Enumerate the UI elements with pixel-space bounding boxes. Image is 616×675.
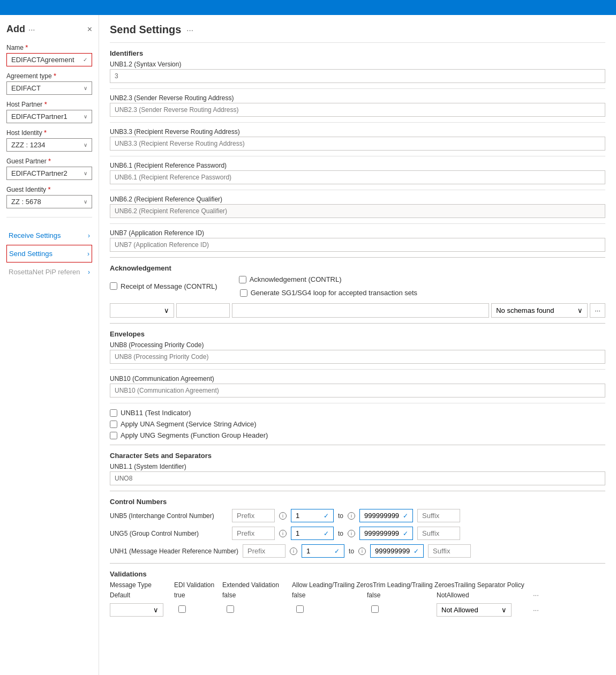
unb10-input[interactable] <box>110 384 605 398</box>
ung5-label: UNG5 (Group Control Number) <box>110 530 228 537</box>
unh1-from-dropdown[interactable]: 1 ✓ <box>302 544 344 558</box>
agreement-type-required: * <box>54 72 56 80</box>
control-numbers-title: Control Numbers <box>110 498 605 506</box>
validations-header: Message Type EDI Validation Extended Val… <box>110 581 605 589</box>
page-title: Send Settings <box>110 24 181 36</box>
unb5-from-dropdown[interactable]: 1 ✓ <box>291 509 334 522</box>
ack-text-input1[interactable] <box>176 303 230 318</box>
sidebar-item-receive-settings[interactable]: Receive Settings › <box>6 226 92 245</box>
val-policy-dropdown[interactable]: Not Allowed ∨ <box>437 603 512 617</box>
una-checkbox[interactable] <box>110 421 117 428</box>
name-value: EDIFACTAgreement <box>11 56 74 64</box>
val-ext-checkbox[interactable] <box>227 605 234 613</box>
div1 <box>110 88 605 89</box>
unh1-info-icon[interactable]: i <box>290 548 297 555</box>
ung5-to-dropdown[interactable]: 999999999 ✓ <box>359 527 413 540</box>
ung5-from-dropdown[interactable]: 1 ✓ <box>291 527 334 540</box>
unb5-prefix-input[interactable] <box>232 509 275 522</box>
unh1-to-label: to <box>349 548 354 555</box>
unb33-input[interactable] <box>110 137 605 151</box>
div-env2 <box>110 403 605 403</box>
sidebar-item-rosettanet-label: RosettaNet PiP referen <box>9 268 80 276</box>
guest-partner-required: * <box>48 157 51 165</box>
ung-checkbox[interactable] <box>110 432 117 439</box>
unb11-checkbox[interactable] <box>110 409 117 417</box>
ung5-from-value: 1 <box>296 529 299 537</box>
ung5-prefix-input[interactable] <box>232 527 275 540</box>
unb12-label: UNB1.2 (Syntax Version) <box>110 61 605 68</box>
host-identity-chevron-icon: ∨ <box>84 142 87 148</box>
unb62-input[interactable] <box>110 204 605 218</box>
unb5-row: UNB5 (Interchange Control Number) i 1 ✓ … <box>110 509 605 522</box>
unb23-label: UNB2.3 (Sender Reverse Routing Address) <box>110 94 605 102</box>
guest-partner-select[interactable]: EDIFACTPartner2 ∨ <box>6 167 92 180</box>
generate-sg1-checkbox[interactable] <box>240 289 247 297</box>
guest-identity-value: ZZ : 5678 <box>11 198 41 206</box>
val-default-edi: true <box>174 591 222 599</box>
char-sets-title: Character Sets and Separators <box>110 452 605 460</box>
host-identity-select[interactable]: ZZZ : 1234 ∨ <box>6 138 92 152</box>
unb5-suffix-input[interactable] <box>417 509 460 522</box>
unb5-info-icon[interactable]: i <box>279 512 287 520</box>
val-edi-checkbox[interactable] <box>178 605 186 613</box>
ack-dropdown[interactable]: ∨ <box>110 303 174 318</box>
unb5-to-value: 999999999 <box>364 512 399 520</box>
val-allow-checkbox[interactable] <box>296 605 304 613</box>
schema-dropdown[interactable]: No schemas found ∨ <box>491 303 588 318</box>
sidebar-close-btn[interactable]: × <box>87 25 92 34</box>
unh1-to-dropdown[interactable]: 999999999 ✓ <box>370 544 424 558</box>
main-content: Send Settings ··· Identifiers UNB1.2 (Sy… <box>99 15 616 675</box>
unb5-from-value: 1 <box>296 512 299 520</box>
main-dots-btn[interactable]: ··· <box>186 25 193 34</box>
val-trim-checkbox[interactable] <box>371 605 379 613</box>
receipt-checkbox[interactable] <box>110 282 117 290</box>
unb23-input[interactable] <box>110 103 605 117</box>
unb8-input[interactable] <box>110 350 605 364</box>
ung5-suffix-input[interactable] <box>417 527 460 540</box>
unh1-to-info-icon[interactable]: i <box>358 548 366 555</box>
name-select[interactable]: EDIFACTAgreement ✓ <box>6 53 92 66</box>
unb61-field: UNB6.1 (Recipient Reference Password) <box>110 162 605 184</box>
unh1-suffix-input[interactable] <box>428 544 471 558</box>
ung5-from-check-icon: ✓ <box>324 530 329 537</box>
validations-default-info: Default true false false false NotAllowe… <box>110 591 605 599</box>
ack-text-input2[interactable] <box>232 303 489 318</box>
val-type-dropdown[interactable]: ∨ <box>110 603 163 617</box>
unb8-label: UNB8 (Processing Priority Code) <box>110 341 605 349</box>
agreement-type-select[interactable]: EDIFACT ∨ <box>6 81 92 95</box>
val-col-allow: Allow Leading/Trailing Zeros <box>292 581 373 589</box>
unb11-sys-input[interactable] <box>110 471 605 485</box>
sidebar-item-rosettanet[interactable]: RosettaNet PiP referen › <box>6 262 92 281</box>
guest-identity-select[interactable]: ZZ : 5678 ∨ <box>6 195 92 208</box>
div5 <box>110 223 605 224</box>
guest-partner-chevron-icon: ∨ <box>84 170 87 176</box>
char-sets-section: Character Sets and Separators UNB1.1 (Sy… <box>110 452 605 485</box>
section-div4 <box>110 491 605 491</box>
val-default-dots-btn[interactable]: ··· <box>533 591 539 599</box>
unb5-to-info-icon[interactable]: i <box>348 512 355 520</box>
identifiers-section: Identifiers UNB1.2 (Syntax Version) UNB2… <box>110 49 605 252</box>
ack-contrl-checkbox[interactable] <box>239 276 246 283</box>
sidebar-dots-btn[interactable]: ··· <box>28 25 35 34</box>
top-bar <box>0 0 616 15</box>
val-row-dots-btn[interactable]: ··· <box>533 606 539 614</box>
name-chevron-icon: ✓ <box>83 57 87 63</box>
acknowledgement-section: Acknowledgement Receipt of Message (CONT… <box>110 264 605 318</box>
val-default-trim: false <box>367 591 437 599</box>
val-col-trim: Trim Leading/Trailing Zeroes <box>373 581 455 589</box>
val-type-chevron-icon: ∨ <box>153 606 159 614</box>
val-allow-check-wrap <box>292 605 367 614</box>
unb5-from-check-icon: ✓ <box>324 512 329 520</box>
val-default-ext: false <box>222 591 292 599</box>
sidebar-item-send-settings[interactable]: Send Settings › <box>6 245 92 262</box>
unh1-label: UNH1 (Message Header Reference Number) <box>110 548 238 555</box>
unb7-input[interactable] <box>110 238 605 252</box>
unh1-prefix-input[interactable] <box>243 544 286 558</box>
unb5-to-dropdown[interactable]: 999999999 ✓ <box>359 509 413 522</box>
ung5-to-info-icon[interactable]: i <box>348 530 355 537</box>
ung5-info-icon[interactable]: i <box>279 530 287 537</box>
ack-dots-btn[interactable]: ··· <box>590 303 605 318</box>
unb61-input[interactable] <box>110 170 605 184</box>
host-partner-select[interactable]: EDIFACTPartner1 ∨ <box>6 110 92 123</box>
unb12-input[interactable] <box>110 69 605 83</box>
